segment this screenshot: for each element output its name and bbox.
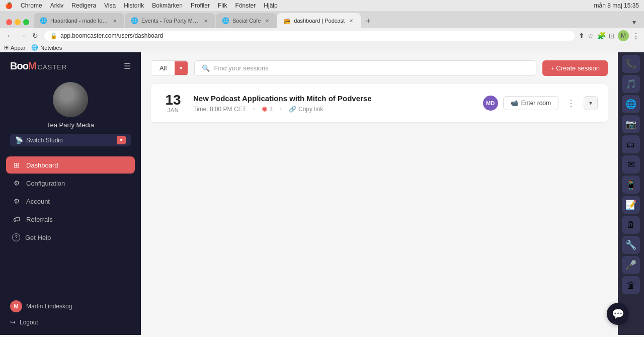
address-bar: ← → ↻ 🔒 app.boomcaster.com/users/dashboa… [0,28,644,43]
netvibes-label: Netvibes [40,45,62,51]
logout-icon: ↪ [10,318,16,326]
minimize-window-btn[interactable] [15,19,21,25]
chat-fab-btn[interactable]: 💬 [607,303,629,325]
search-placeholder[interactable]: Find your sessions [214,64,268,72]
apple-icon[interactable]: 🍎 [5,2,13,9]
bokmarken-menu[interactable]: Bokmärken [152,2,183,9]
toolbar: All ▾ 🔍 Find your sessions + Create sess… [151,60,608,76]
bookmarks-bar: ⊞ Appar 🌐 Netvibes [0,43,644,52]
filter-dropdown[interactable]: All ▾ [151,60,188,76]
filter-arrow-icon[interactable]: ▾ [175,61,188,75]
lock-icon: 🔒 [50,33,57,39]
bookmark-icon[interactable]: ☆ [588,32,594,40]
sidebar-item-dashboard[interactable]: ⊞ Dashboard [6,156,135,174]
url-text: app.boomcaster.com/users/dashboard [60,32,163,39]
profile-icon[interactable]: M [618,30,629,41]
hjalp-menu[interactable]: Hjälp [264,2,277,9]
menu-icon[interactable]: ⋮ [632,31,640,41]
copy-link-label: Copy link [298,106,323,113]
reload-btn[interactable]: ↻ [30,31,40,41]
dock-icon-8[interactable]: 📝 [622,196,640,214]
tab-close-btn[interactable]: ✕ [202,17,209,24]
system-time: mån 8 maj 15:35 [594,2,639,9]
sidebar-item-referrals[interactable]: 🏷 Referrals [6,211,135,228]
dock-icon-11[interactable]: 🎤 [622,256,640,274]
tab-social-cafe[interactable]: 🌐 Social Cafe ✕ [216,13,277,28]
tabs-bar: 🌐 Haaartland - made for commu... ✕ 🌐 Eve… [0,13,644,28]
referrals-icon: 🏷 [12,215,21,223]
tab-events[interactable]: 🌐 Events - Tea Party Media ✕ [125,13,215,28]
new-tab-btn[interactable]: + [361,14,375,28]
switch-badge: ▾ [117,136,126,144]
netvibes-icon: 🌐 [31,44,38,51]
hamburger-icon[interactable]: ☰ [124,61,131,71]
create-session-btn[interactable]: + Create session [542,60,608,76]
profiler-menu[interactable]: Profiler [191,2,210,9]
sidebar-item-configuration[interactable]: ⚙ Configuration [6,175,135,192]
tab-icon: 🌐 [40,17,47,24]
back-btn[interactable]: ← [4,31,15,41]
share-icon[interactable]: ⬆ [579,32,585,40]
window-icon[interactable]: ⊡ [609,32,615,40]
date-month: JAN [161,107,185,113]
sidebar-item-get-help[interactable]: ? Get Help [6,229,135,246]
dock-icon-5[interactable]: 🗂 [622,135,640,153]
dock-icon-3[interactable]: 🌐 [622,95,640,113]
main-content: All ▾ 🔍 Find your sessions + Create sess… [141,52,618,335]
sidebar-item-account[interactable]: ⚙ Account [6,193,135,210]
flik-menu[interactable]: Flik [218,2,227,9]
listeners-badge: 3 [262,106,273,113]
dock-icon-7[interactable]: 📱 [622,176,640,194]
forward-btn[interactable]: → [17,31,28,41]
link-icon: 🔗 [289,106,296,113]
expand-btn[interactable]: ▾ [584,96,598,110]
url-bar[interactable]: 🔒 app.boomcaster.com/users/dashboard [44,31,575,41]
tab-dashboard[interactable]: 📻 dashboard | Podcast ✕ [277,13,361,28]
session-card: 13 JAN New Podcast Applications with Mit… [151,84,608,122]
netvibes-bookmark[interactable]: 🌐 Netvibes [31,44,62,51]
close-window-btn[interactable] [6,19,12,25]
dock-icon-2[interactable]: 🎵 [622,75,640,93]
switch-studio-btn[interactable]: 📡 Switch Studio ▾ [10,134,131,146]
tab-close-btn[interactable]: ✕ [111,17,118,24]
guest-avatar: MD [483,96,498,111]
sidebar-item-label: Dashboard [26,161,58,169]
dock-icon-10[interactable]: 🔧 [622,236,640,254]
tab-close-btn[interactable]: ✕ [264,17,271,24]
copy-link-btn[interactable]: 🔗 Copy link [289,106,323,113]
more-options-btn[interactable]: ⋮ [564,96,579,111]
tab-close-btn[interactable]: ✕ [348,17,355,24]
enter-room-btn[interactable]: 📹 Enter room [503,96,558,110]
help-icon: ? [12,233,20,241]
tab-haaartland[interactable]: 🌐 Haaartland - made for commu... ✕ [34,13,124,28]
filter-label[interactable]: All [151,61,175,75]
dock-icon-1[interactable]: 📞 [622,55,640,73]
arkiv-menu[interactable]: Arkiv [50,2,64,9]
dashboard-icon: ⊞ [12,161,21,169]
dock-icon-12[interactable]: 🗑 [622,276,640,294]
wifi-icon: 📡 [15,136,23,144]
user-bottom-item[interactable]: M Martin Lindeskog [10,297,131,315]
dock-icon-4[interactable]: 📷 [622,115,640,133]
sidebar-bottom: M Martin Lindeskog ↪ Logout [0,291,141,335]
maximize-window-btn[interactable] [23,19,29,25]
chrome-menu[interactable]: Chrome [21,2,42,9]
redigera-menu[interactable]: Redigera [71,2,96,9]
visa-menu[interactable]: Visa [104,2,116,9]
dock-icon-6[interactable]: ✉ [622,155,640,174]
separator: • [253,106,255,113]
tab-list-btn[interactable]: ▾ [628,16,640,28]
sidebar: BooM CASTER ☰ Tea Party Media 📡 Switch S… [0,52,141,335]
logout-label: Logout [20,319,38,326]
historik-menu[interactable]: Historik [124,2,144,9]
extensions-icon[interactable]: 🧩 [597,32,606,40]
dock-icon-9[interactable]: 🗓 [622,216,640,234]
session-title: New Podcast Applications with Mitch of P… [193,94,475,103]
tab-title: Events - Tea Party Media [141,18,199,24]
configuration-icon: ⚙ [12,179,21,187]
apps-bookmark[interactable]: ⊞ Appar [4,44,25,51]
user-bottom-name: Martin Lindeskog [26,303,72,310]
sidebar-item-label: Account [26,198,50,205]
fonster-menu[interactable]: Fönster [235,2,256,9]
logout-item[interactable]: ↪ Logout [10,315,131,329]
